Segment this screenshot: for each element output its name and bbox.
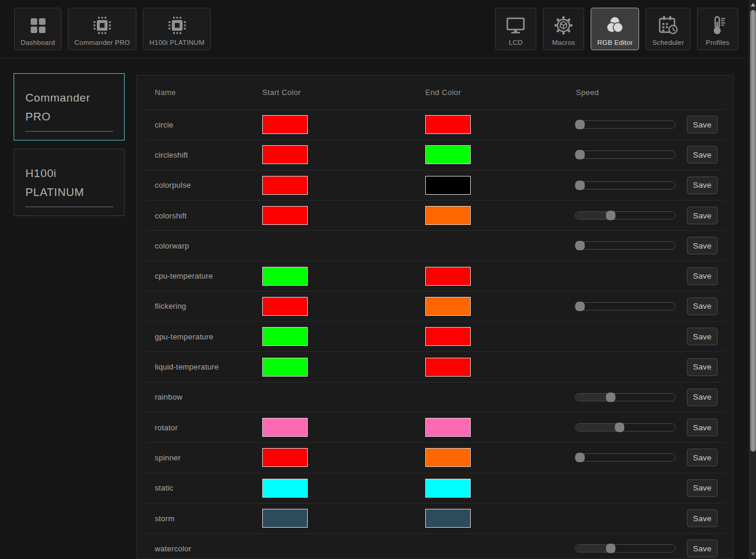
end-color-swatch[interactable]: [425, 448, 471, 467]
effect-name: gpu-temperature: [155, 322, 213, 351]
nav-button-rgb-editor[interactable]: RGB Editor: [591, 8, 639, 50]
end-color-swatch[interactable]: [425, 479, 471, 498]
start-color-swatch[interactable]: [262, 448, 308, 467]
save-button[interactable]: Save: [687, 146, 718, 164]
device-card-commander-pro[interactable]: Commander PRO: [14, 73, 125, 140]
device-card-h100i-platinum[interactable]: H100i PLATINUM: [14, 149, 125, 216]
speed-slider[interactable]: [575, 544, 676, 553]
start-color-swatch[interactable]: [262, 358, 308, 377]
nav-button-lcd[interactable]: LCD: [495, 8, 536, 50]
table-row: colorpulse Save: [145, 171, 725, 201]
vertical-scrollbar[interactable]: [748, 0, 756, 559]
save-button[interactable]: Save: [687, 358, 718, 376]
thermometer-icon: [706, 12, 729, 38]
save-button[interactable]: Save: [687, 540, 718, 557]
table-header-row: Name Start Color End Color Speed: [145, 76, 725, 110]
start-color-swatch[interactable]: [262, 176, 308, 195]
device-name-line2: PLATINUM: [25, 183, 113, 202]
speed-slider-thumb[interactable]: [606, 393, 615, 402]
speed-slider[interactable]: [575, 302, 676, 310]
speed-slider[interactable]: [575, 453, 676, 462]
nav-button-label: Macros: [552, 39, 575, 46]
scroll-up-arrow-icon[interactable]: [751, 3, 755, 6]
nav-button-commander-pro[interactable]: Commander PRO: [68, 8, 136, 50]
end-color-swatch[interactable]: [425, 358, 471, 377]
speed-slider-thumb[interactable]: [575, 120, 585, 129]
save-button[interactable]: Save: [687, 237, 718, 254]
speed-slider[interactable]: [575, 120, 676, 129]
speed-slider-thumb[interactable]: [575, 150, 585, 159]
end-color-swatch[interactable]: [425, 327, 471, 346]
speed-slider[interactable]: [575, 423, 676, 431]
nav-button-profiles[interactable]: Profiles: [697, 8, 738, 50]
effects-table-body: circle Save circleshift Save colorpulse …: [145, 110, 725, 559]
save-button[interactable]: Save: [687, 116, 718, 133]
nav-button-scheduler[interactable]: Scheduler: [646, 8, 690, 50]
nav-button-macros[interactable]: Macros: [543, 8, 584, 50]
top-toolbar: Dashboard Commander PRO H100i PLATINUM L…: [0, 0, 756, 58]
end-color-swatch[interactable]: [425, 115, 471, 134]
save-button[interactable]: Save: [687, 267, 718, 285]
speed-slider[interactable]: [575, 151, 676, 159]
end-color-swatch[interactable]: [425, 176, 471, 195]
speed-slider-fill: [575, 545, 611, 552]
speed-slider-thumb[interactable]: [615, 423, 624, 432]
start-color-swatch[interactable]: [262, 206, 308, 225]
nav-button-label: H100i PLATINUM: [149, 39, 204, 46]
start-color-swatch[interactable]: [262, 115, 308, 134]
save-button[interactable]: Save: [687, 388, 718, 406]
save-button[interactable]: Save: [687, 479, 718, 497]
save-button[interactable]: Save: [687, 207, 718, 224]
save-button[interactable]: Save: [687, 328, 718, 345]
start-color-swatch[interactable]: [262, 509, 308, 528]
speed-slider-thumb[interactable]: [606, 544, 615, 553]
device-name-line1: H100i: [25, 164, 113, 183]
effect-name: colorwarp: [155, 231, 189, 260]
speed-slider[interactable]: [575, 241, 676, 250]
table-row: gpu-temperature Save: [145, 322, 725, 352]
end-color-swatch[interactable]: [425, 509, 471, 528]
save-button[interactable]: Save: [687, 176, 718, 194]
end-color-swatch[interactable]: [425, 206, 471, 225]
end-color-swatch[interactable]: [425, 297, 471, 316]
effect-name: flickering: [155, 292, 186, 321]
save-button[interactable]: Save: [687, 298, 718, 315]
speed-slider[interactable]: [575, 211, 676, 220]
speed-slider-thumb[interactable]: [606, 211, 615, 220]
speed-slider[interactable]: [575, 393, 676, 401]
nav-button-h100i-platinum[interactable]: H100i PLATINUM: [143, 8, 211, 50]
start-color-swatch[interactable]: [262, 297, 308, 316]
gear-cube-icon: [552, 12, 575, 38]
effect-name: rainbow: [155, 383, 183, 412]
nav-button-dashboard[interactable]: Dashboard: [14, 8, 61, 50]
column-header-end-color: End Color: [425, 76, 461, 109]
save-button[interactable]: Save: [687, 449, 718, 466]
save-button[interactable]: Save: [687, 419, 718, 436]
start-color-swatch[interactable]: [262, 479, 308, 498]
start-color-swatch[interactable]: [262, 145, 308, 164]
scroll-down-arrow-icon[interactable]: [751, 553, 755, 556]
end-color-swatch[interactable]: [425, 267, 471, 286]
start-color-swatch[interactable]: [262, 418, 308, 437]
start-color-swatch[interactable]: [262, 327, 308, 346]
speed-slider-thumb[interactable]: [575, 453, 585, 462]
monitor-icon: [504, 12, 527, 38]
table-row: static Save: [145, 473, 725, 504]
effect-name: static: [155, 473, 174, 503]
table-row: cpu-temperature Save: [145, 261, 725, 291]
effect-name: rotator: [155, 413, 178, 442]
end-color-swatch[interactable]: [425, 145, 471, 164]
end-color-swatch[interactable]: [425, 418, 471, 437]
effect-name: colorpulse: [155, 171, 191, 200]
device-card-underline: [25, 207, 113, 207]
scrollbar-thumb[interactable]: [750, 10, 756, 452]
chip-icon: [165, 12, 189, 38]
start-color-swatch[interactable]: [262, 267, 308, 286]
speed-slider[interactable]: [575, 181, 676, 189]
nav-button-label: Dashboard: [21, 39, 55, 46]
save-button[interactable]: Save: [687, 509, 718, 527]
speed-slider-thumb[interactable]: [575, 302, 585, 311]
speed-slider-thumb[interactable]: [575, 181, 585, 190]
speed-slider-thumb[interactable]: [575, 241, 585, 250]
table-row: storm Save: [145, 504, 725, 534]
